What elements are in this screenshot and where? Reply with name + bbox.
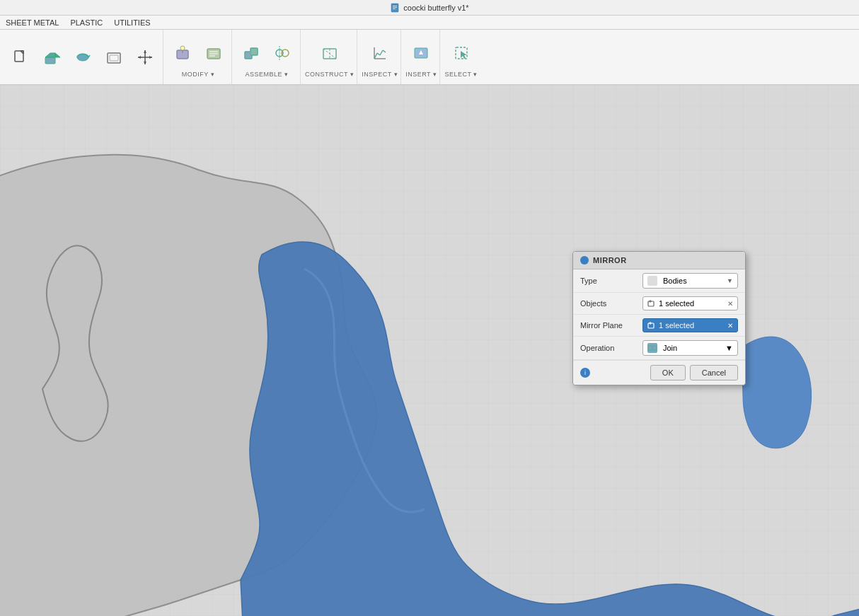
mirror-plane-value: 1 selected	[659, 321, 694, 330]
modify1-button[interactable]	[168, 37, 197, 69]
move-button[interactable]	[130, 41, 160, 74]
assemble-group-label[interactable]: ASSEMBLE ▾	[245, 71, 288, 78]
menu-bar: SHEET METAL PLASTIC UTILITIES	[0, 16, 859, 30]
type-dropdown[interactable]: Bodies ▼	[642, 273, 738, 289]
new-component-button[interactable]	[6, 41, 35, 74]
mirror-icon	[580, 256, 589, 265]
svg-marker-17	[149, 56, 152, 59]
revolve-icon	[73, 47, 93, 67]
document-icon	[390, 3, 400, 13]
join-icon	[647, 343, 657, 353]
svg-marker-16	[138, 56, 141, 59]
select1-button[interactable]	[446, 37, 476, 69]
toolbar-create-group	[3, 30, 163, 84]
operation-dropdown[interactable]: Join ▼	[642, 340, 738, 356]
mirror-plane-clear-button[interactable]: ✕	[727, 322, 733, 330]
toolbar-modify-group: MODIFY ▾	[165, 30, 232, 84]
toolbar: MODIFY ▾	[0, 30, 859, 85]
objects-clear-button[interactable]: ✕	[727, 300, 733, 308]
svg-rect-52	[648, 346, 652, 350]
svg-rect-46	[648, 301, 654, 306]
shell-icon	[104, 47, 124, 67]
assemble1-button[interactable]	[236, 37, 266, 69]
ok-button[interactable]: OK	[650, 365, 686, 380]
objects-label: Objects	[580, 299, 637, 308]
mirror-dialog: MIRROR Type Bodies ▼ Objects	[572, 251, 746, 385]
dialog-title: MIRROR	[593, 256, 627, 265]
operation-row: Operation Join ▼	[573, 337, 745, 360]
insert1-icon	[411, 43, 431, 63]
insert-group-label[interactable]: INSERT ▾	[405, 71, 437, 78]
operation-value: Join	[663, 344, 677, 352]
inspect1-button[interactable]	[365, 37, 395, 69]
svg-rect-26	[250, 48, 258, 55]
mirror-plane-pill[interactable]: 1 selected ✕	[642, 318, 738, 332]
menu-plastic[interactable]: PLASTIC	[70, 18, 103, 27]
extrude-button[interactable]	[37, 41, 67, 74]
objects-value: 1 selected	[659, 299, 694, 308]
inspect-group-label[interactable]: INSPECT ▾	[362, 71, 398, 78]
svg-marker-15	[144, 62, 146, 64]
inspect1-icon	[370, 43, 390, 63]
assemble2-button[interactable]	[267, 37, 297, 69]
type-label: Type	[580, 277, 637, 285]
bodies-icon	[647, 276, 657, 286]
toolbar-select-group: SELECT ▾	[442, 30, 480, 84]
modify2-icon	[204, 43, 224, 63]
objects-pill[interactable]: 1 selected ✕	[642, 296, 738, 310]
svg-rect-1	[393, 6, 397, 6]
plane-select-icon	[647, 321, 656, 330]
insert1-button[interactable]	[406, 37, 436, 69]
dialog-footer: i OK Cancel	[573, 360, 745, 385]
operation-label: Operation	[580, 344, 637, 352]
assemble2-icon	[272, 43, 292, 63]
svg-marker-14	[144, 50, 146, 53]
cancel-button[interactable]: Cancel	[690, 365, 738, 380]
object-select-icon	[647, 299, 656, 308]
type-row: Type Bodies ▼	[573, 269, 745, 293]
svg-rect-6	[45, 57, 55, 64]
mirror-plane-label: Mirror Plane	[580, 321, 637, 330]
type-value: Bodies	[663, 277, 687, 285]
svg-rect-53	[652, 346, 657, 350]
svg-rect-2	[393, 7, 397, 8]
type-control: Bodies ▼	[642, 273, 738, 289]
svg-rect-49	[648, 323, 654, 328]
shell-button[interactable]	[99, 41, 129, 74]
mirror-plane-row: Mirror Plane 1 selected ✕	[573, 315, 745, 337]
svg-point-19	[180, 46, 185, 50]
construct-group-label[interactable]: CONSTRUCT ▾	[305, 71, 354, 78]
modify1-icon	[173, 43, 192, 63]
select-group-label[interactable]: SELECT ▾	[444, 71, 477, 78]
revolve-button[interactable]	[68, 41, 98, 74]
toolbar-insert-group: INSERT ▾	[403, 30, 440, 84]
toolbar-construct-group: CONSTRUCT ▾	[302, 30, 357, 84]
title-text: coocki butterfly v1*	[403, 4, 468, 12]
title-bar: coocki butterfly v1*	[0, 0, 859, 16]
construct1-button[interactable]	[315, 37, 345, 69]
dialog-header: MIRROR	[573, 252, 745, 269]
menu-utilities[interactable]: UTILITIES	[114, 18, 150, 27]
extrude-icon	[42, 47, 62, 67]
svg-line-39	[383, 50, 386, 52]
assemble1-icon	[241, 43, 261, 63]
select1-icon	[451, 43, 471, 63]
svg-marker-8	[55, 53, 60, 57]
menu-sheet-metal[interactable]: SHEET METAL	[6, 18, 59, 27]
svg-rect-3	[393, 8, 396, 9]
mirror-plane-control: 1 selected ✕	[642, 318, 738, 332]
operation-dropdown-arrow: ▼	[725, 344, 733, 352]
info-icon[interactable]: i	[580, 368, 590, 378]
modify-group-label[interactable]: MODIFY ▾	[182, 71, 214, 78]
svg-rect-11	[110, 55, 118, 61]
svg-marker-43	[461, 51, 467, 59]
operation-control: Join ▼	[642, 340, 738, 356]
viewport[interactable]: MIRROR Type Bodies ▼ Objects	[0, 85, 859, 616]
svg-line-38	[380, 50, 383, 55]
objects-control: 1 selected ✕	[642, 296, 738, 310]
toolbar-inspect-group: INSPECT ▾	[359, 30, 401, 84]
new-component-icon	[11, 47, 30, 67]
modify2-button[interactable]	[199, 37, 229, 69]
objects-row: Objects 1 selected ✕	[573, 293, 745, 315]
move-icon	[135, 47, 155, 67]
